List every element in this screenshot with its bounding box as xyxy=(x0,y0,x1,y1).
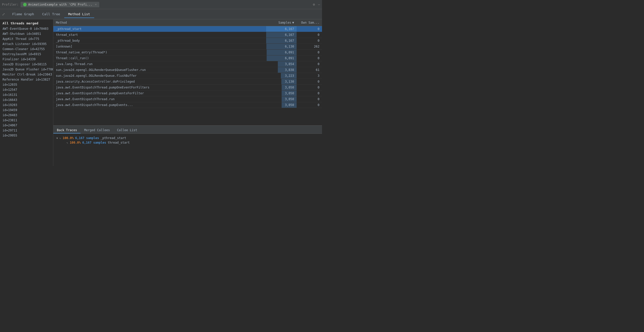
method-cell: _pthread_start xyxy=(53,26,266,32)
table-row[interactable]: java.awt.EventDispatchThread.run 3,050 0 xyxy=(53,96,322,102)
sidebar-item[interactable]: id=23811 xyxy=(0,118,53,123)
samples-cell: 3,050 xyxy=(266,96,297,102)
active-tab[interactable]: AnimationExample with 'CPU Profi... ✕ xyxy=(21,2,99,7)
trace-percentage: 100.0% xyxy=(70,141,81,144)
tab-flame-graph[interactable]: Flame Graph xyxy=(8,10,38,18)
own-cell: 0 xyxy=(297,26,322,32)
main-content: All threads merged AWT-EventQueue-0 id=7… xyxy=(0,19,322,166)
own-cell: 61 xyxy=(297,67,322,73)
trace-samples: 6,167 samples xyxy=(82,141,106,144)
table-row[interactable]: java.awt.EventDispatchThread.pumpEvents.… xyxy=(53,102,322,108)
samples-cell: 6,130 xyxy=(266,44,297,49)
method-cell: thread_start xyxy=(53,32,266,38)
bottom-tabs: Back Traces Merged Callees Callee List xyxy=(53,126,322,134)
sidebar-item[interactable]: DestroyJavaVM id=6915 xyxy=(0,52,53,57)
sidebar-item[interactable]: AWT-Shutdown id=34051 xyxy=(0,31,53,36)
tab-merged-callees[interactable]: Merged Callees xyxy=(80,127,113,133)
own-cell: 0 xyxy=(297,61,322,67)
sidebar: All threads merged AWT-EventQueue-0 id=7… xyxy=(0,19,53,166)
bottom-content: ▼ ↖ 100.0% 6,167 samples _pthread_start … xyxy=(53,134,322,166)
sidebar-item[interactable]: id=16131 xyxy=(0,92,53,97)
own-cell: 0 xyxy=(297,96,322,102)
col-samples[interactable]: Samples ▼ xyxy=(266,19,297,26)
method-cell: java.security.AccessController.doPrivile… xyxy=(53,79,266,84)
expand-icon[interactable]: ⤢ xyxy=(2,12,5,16)
tab-back-traces[interactable]: Back Traces xyxy=(53,127,80,133)
table-row[interactable]: java.security.AccessController.doPrivile… xyxy=(53,79,322,85)
trace-method-label: _pthread_start xyxy=(101,136,126,140)
sidebar-item[interactable]: id=19203 xyxy=(0,102,53,108)
profiler-label: Profiler: xyxy=(2,3,19,6)
own-cell: 262 xyxy=(297,44,322,49)
sidebar-item[interactable]: Common-Cleaner id=42755 xyxy=(0,47,53,52)
table-row[interactable]: thread_native_entry(Thread*) 6,091 0 xyxy=(53,50,322,55)
tab-title: AnimationExample with 'CPU Profi... xyxy=(28,3,92,6)
method-cell: sun.java2d.opengl.OGLRenderQueue.flushBu… xyxy=(53,73,266,79)
trace-arrow-icon: ↖ xyxy=(59,137,61,140)
table-row[interactable]: java.awt.EventDispatchThread.pumpEventsF… xyxy=(53,90,322,96)
sidebar-item[interactable]: Monitor Ctrl-Break id=23043 xyxy=(0,72,53,77)
sidebar-item[interactable]: id=29955 xyxy=(0,133,53,138)
sidebar-item[interactable]: Reference Handler id=13827 xyxy=(0,77,53,82)
method-cell: java.awt.EventDispatchThread.pumpEventsF… xyxy=(53,90,266,96)
own-cell: 0 xyxy=(297,38,322,43)
samples-cell: 3,050 xyxy=(266,90,297,96)
samples-cell: 3,838 xyxy=(266,67,297,73)
samples-cell: 3,223 xyxy=(266,73,297,79)
minimize-icon[interactable]: — xyxy=(318,3,320,6)
sidebar-item[interactable]: id=29711 xyxy=(0,128,53,133)
sidebar-item[interactable]: id=16643 xyxy=(0,97,53,102)
trace-method-label: thread_start xyxy=(108,141,130,144)
sidebar-item[interactable]: Java2D Queue Flusher id=77063 xyxy=(0,67,53,72)
settings-icon[interactable]: ⚙ xyxy=(313,3,315,6)
trace-samples: 6,167 samples xyxy=(75,136,99,140)
sidebar-item[interactable]: Finalizer id=14339 xyxy=(0,57,53,62)
table-row[interactable]: [unknown] 6,130 262 xyxy=(53,44,322,50)
method-cell: sun.java2d.opengl.OGLRenderQueue$QueueFl… xyxy=(53,67,266,73)
own-cell: 0 xyxy=(297,102,322,108)
table-row[interactable]: _pthread_start 6,167 0 xyxy=(53,26,322,32)
tab-close-button[interactable]: ✕ xyxy=(95,3,97,6)
samples-cell: 6,167 xyxy=(266,38,297,43)
method-cell: thread_native_entry(Thread*) xyxy=(53,50,266,55)
sidebar-item[interactable]: id=12547 xyxy=(0,87,53,92)
trace-percentage: 100.0% xyxy=(63,136,74,140)
samples-cell: 6,091 xyxy=(266,50,297,55)
sidebar-item[interactable]: Java2D Disposer id=58115 xyxy=(0,62,53,67)
method-cell: Thread::call_run() xyxy=(53,55,266,61)
sidebar-item[interactable]: id=24067 xyxy=(0,123,53,128)
table-row[interactable]: java.lang.Thread.run 3,854 0 xyxy=(53,61,322,67)
trace-row: ▼ ↖ 100.0% 6,167 samples _pthread_start xyxy=(56,136,319,140)
table-row[interactable]: _pthread_body 6,167 0 xyxy=(53,38,322,44)
table-row[interactable]: sun.java2d.opengl.OGLRenderQueue.flushBu… xyxy=(53,73,322,79)
bottom-panel: Back Traces Merged Callees Callee List ▼… xyxy=(53,125,322,166)
tab-call-tree[interactable]: Call Tree xyxy=(38,10,64,18)
table-row[interactable]: Thread::call_run() 6,091 0 xyxy=(53,55,322,61)
tab-method-list[interactable]: Method List xyxy=(64,10,94,18)
col-own[interactable]: Own Sam... xyxy=(297,19,322,26)
method-cell: java.awt.EventDispatchThread.run xyxy=(53,96,266,102)
tab-callee-list[interactable]: Callee List xyxy=(114,127,141,133)
table-row[interactable]: java.awt.EventDispatchThread.pumpOneEven… xyxy=(53,85,322,90)
table-row[interactable]: sun.java2d.opengl.OGLRenderQueue$QueueFl… xyxy=(53,67,322,73)
own-cell: 0 xyxy=(297,79,322,84)
right-panel: Method Samples ▼ Own Sam... _pthread_sta… xyxy=(53,19,322,166)
sidebar-item[interactable]: Attach Listener id=59395 xyxy=(0,41,53,47)
samples-cell: 6,167 xyxy=(266,32,297,38)
collapse-icon[interactable]: ▼ xyxy=(56,137,58,140)
own-cell: 3 xyxy=(297,73,322,79)
sidebar-header: All threads merged xyxy=(0,20,53,26)
table-row[interactable]: thread_start 6,167 0 xyxy=(53,32,322,38)
sidebar-item[interactable]: id=19459 xyxy=(0,108,53,113)
sidebar-item[interactable]: AWT-EventQueue-0 id=70403 xyxy=(0,26,53,31)
table-header: Method Samples ▼ Own Sam... xyxy=(53,19,322,26)
tab-icon xyxy=(23,3,27,6)
trace-row: ↖ 100.0% 6,167 samples thread_start xyxy=(61,140,319,145)
method-table: Method Samples ▼ Own Sam... _pthread_sta… xyxy=(53,19,322,125)
method-cell: java.awt.EventDispatchThread.pumpOneEven… xyxy=(53,85,266,90)
sidebar-item[interactable]: AppKit Thread id=775 xyxy=(0,36,53,41)
own-cell: 0 xyxy=(297,85,322,90)
sidebar-item[interactable]: id=12035 xyxy=(0,82,53,87)
sidebar-item[interactable]: id=20483 xyxy=(0,113,53,118)
col-method[interactable]: Method xyxy=(53,19,266,26)
